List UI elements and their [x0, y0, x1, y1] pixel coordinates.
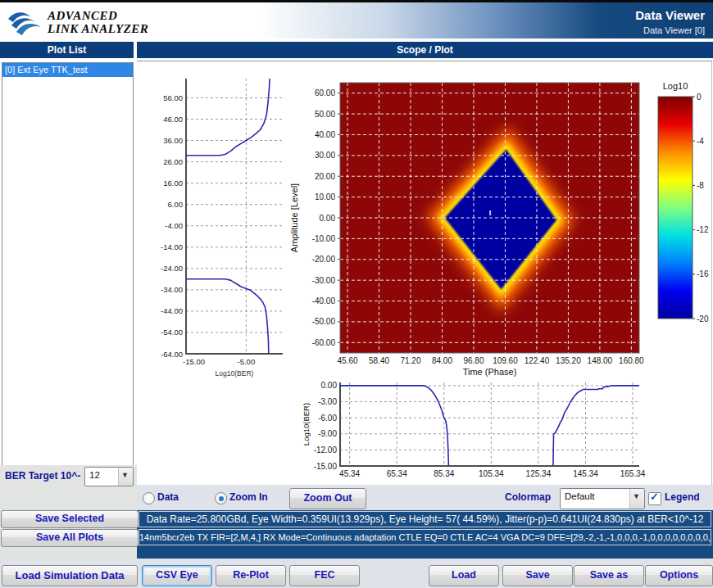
svg-text:165.34: 165.34 [620, 469, 646, 478]
svg-text:109.60: 109.60 [493, 356, 518, 365]
svg-text:46.00: 46.00 [163, 115, 183, 124]
brand-line2: LINK ANALYZER [48, 22, 148, 35]
svg-text:-64.00: -64.00 [161, 350, 183, 359]
svg-text:45.34: 45.34 [339, 469, 360, 478]
svg-text:-12.00: -12.00 [314, 446, 338, 455]
svg-text:-5.00: -5.00 [238, 357, 256, 366]
svg-text:Log10: Log10 [663, 81, 688, 91]
svg-text:135.20: 135.20 [556, 356, 581, 365]
scope-plot-canvas[interactable]: I 56.0046.0036.0026.0016.006.00-4.00-14.… [137, 61, 711, 486]
svg-text:6.00: 6.00 [168, 200, 184, 209]
svg-text:-15.00: -15.00 [183, 357, 205, 366]
svg-text:-8: -8 [697, 181, 704, 190]
svg-text:Log10(BER): Log10(BER) [302, 403, 311, 446]
window-subtitle: Data Viewer [0] [643, 25, 705, 35]
status-line-configuration: 14nm5bcr2eb TX FIR=[2,M,4,] RX Mode=Cont… [139, 529, 711, 545]
svg-text:60.00: 60.00 [315, 88, 335, 97]
svg-text:-20.00: -20.00 [312, 255, 336, 264]
svg-text:-3.00: -3.00 [318, 397, 337, 406]
svg-text:-60.00: -60.00 [312, 338, 336, 347]
svg-text:71.20: 71.20 [400, 356, 420, 365]
re-plot-button[interactable]: Re-Plot [216, 565, 286, 586]
svg-text:-30.00: -30.00 [312, 276, 336, 285]
brand-wave-icon [7, 9, 44, 37]
svg-text:148.00: 148.00 [588, 356, 613, 365]
svg-text:Log10(BER): Log10(BER) [216, 369, 254, 378]
svg-text:-4.00: -4.00 [165, 221, 183, 230]
brand-text: ADVANCED LINK ANALYZER [48, 9, 148, 35]
options-button[interactable]: Options [645, 565, 713, 586]
csv-eye-button[interactable]: CSV Eye [142, 565, 212, 586]
zoom-in-radio-label[interactable]: Zoom In [229, 491, 268, 503]
svg-text:-14.00: -14.00 [161, 242, 183, 251]
svg-text:-44.00: -44.00 [161, 306, 183, 315]
svg-text:84.00: 84.00 [432, 356, 452, 365]
ber-target-value: 12 [89, 470, 100, 480]
svg-text:50.00: 50.00 [315, 110, 335, 119]
load-simulation-data-button[interactable]: Load Simulation Data [2, 565, 138, 586]
svg-text:40.00: 40.00 [315, 130, 335, 139]
svg-text:145.34: 145.34 [573, 469, 598, 478]
svg-text:-10.00: -10.00 [312, 234, 336, 243]
legend-checkbox[interactable]: ✓ [648, 492, 661, 505]
app-header: ADVANCED LINK ANALYZER Data Viewer Data … [0, 2, 713, 38]
svg-text:-6.00: -6.00 [318, 414, 337, 423]
scope-plot-panel[interactable]: I 56.0046.0036.0026.0016.006.00-4.00-14.… [137, 61, 712, 486]
fec-button[interactable]: FEC [289, 565, 360, 586]
svg-text:-40.00: -40.00 [312, 296, 336, 305]
svg-text:Time (Phase): Time (Phase) [463, 367, 517, 377]
svg-text:-4: -4 [697, 137, 704, 146]
colormap-value: Default [565, 491, 594, 501]
status-line-measurements: Data Rate=25.800GBd, Eye Width=0.359UI(1… [139, 511, 711, 527]
plot-list-item-selected[interactable]: [0] Ext Eye TTK_test [2, 63, 133, 77]
svg-text:20.00: 20.00 [315, 172, 335, 181]
plot-list[interactable]: [0] Ext Eye TTK_test [2, 62, 134, 467]
svg-text:96.80: 96.80 [463, 356, 484, 365]
svg-text:-16: -16 [697, 269, 709, 278]
svg-text:-34.00: -34.00 [161, 285, 183, 294]
svg-text:36.00: 36.00 [163, 136, 183, 145]
svg-text:65.34: 65.34 [387, 469, 407, 478]
svg-text:-20: -20 [697, 314, 709, 323]
svg-text:-54.00: -54.00 [161, 328, 183, 337]
svg-text:-24.00: -24.00 [161, 264, 183, 273]
dropdown-arrow-icon[interactable]: ▼ [629, 489, 644, 509]
svg-text:105.34: 105.34 [479, 469, 504, 478]
colormap-dropdown[interactable]: Default ▼ [560, 488, 645, 509]
svg-text:-9.00: -9.00 [318, 429, 337, 438]
load-button[interactable]: Load [429, 565, 499, 586]
legend-checkbox-label[interactable]: Legend [665, 491, 700, 503]
colormap-label: Colormap [505, 491, 551, 503]
save-all-plots-button[interactable]: Save All Plots [1, 529, 139, 547]
data-radio-label[interactable]: Data [157, 491, 179, 503]
ber-target-label: BER Target 10^- [5, 470, 80, 482]
save-button[interactable]: Save [502, 565, 573, 586]
svg-text:30.00: 30.00 [315, 151, 335, 160]
brand-line1: ADVANCED [48, 9, 148, 22]
plot-list-header: Plot List [0, 42, 134, 58]
save-selected-button[interactable]: Save Selected [1, 510, 139, 528]
svg-text:125.34: 125.34 [526, 469, 552, 478]
dropdown-arrow-icon[interactable]: ▼ [118, 468, 133, 486]
svg-text:Amplitude [Level]: Amplitude [Level] [289, 183, 299, 252]
svg-text:0: 0 [697, 93, 702, 102]
svg-text:-50.00: -50.00 [312, 317, 336, 326]
scope-plot-header: Scope / Plot [137, 42, 713, 58]
svg-text:10.00: 10.00 [315, 192, 335, 201]
svg-text:-12: -12 [697, 225, 709, 234]
svg-text:58.40: 58.40 [369, 356, 389, 365]
ber-target-dropdown[interactable]: 12 ▼ [84, 467, 134, 486]
svg-text:85.34: 85.34 [434, 469, 454, 478]
svg-text:122.40: 122.40 [525, 356, 550, 365]
window-title: Data Viewer [635, 8, 705, 22]
svg-text:0.00: 0.00 [321, 381, 338, 390]
svg-text:160.80: 160.80 [619, 356, 644, 365]
svg-text:45.60: 45.60 [338, 356, 358, 365]
save-as-button[interactable]: Save as [574, 565, 644, 586]
zoom-out-button[interactable]: Zoom Out [289, 488, 366, 509]
svg-text:56.00: 56.00 [163, 93, 183, 102]
svg-text:26.00: 26.00 [163, 157, 183, 166]
zoom-in-radio[interactable] [215, 492, 227, 504]
data-radio[interactable] [143, 492, 155, 504]
svg-text:0.00: 0.00 [320, 214, 336, 223]
